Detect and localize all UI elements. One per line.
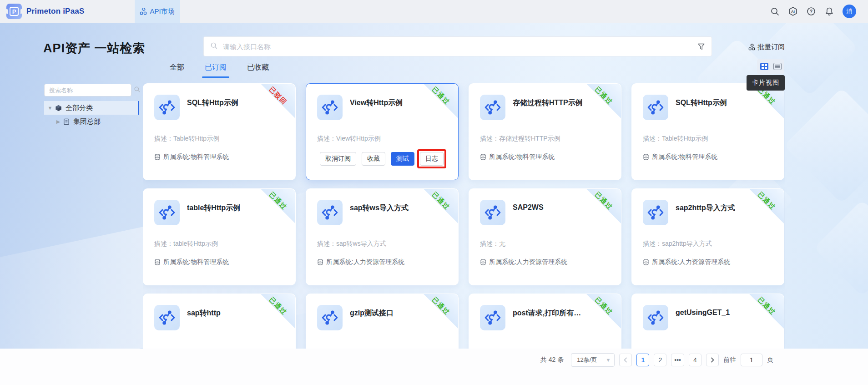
api-card[interactable]: 已驳回 SQL转Http示例描述：Table转Http示例 所属系统:物料管理系… (143, 83, 296, 180)
status-badge: 已通过 (585, 294, 621, 325)
chevron-right-icon (710, 357, 715, 363)
tab-已收藏[interactable]: 已收藏 (247, 63, 269, 78)
api-card[interactable]: 已通过 sap转http (143, 294, 296, 349)
status-badge: 已驳回 (259, 83, 296, 115)
user-avatar[interactable]: 消 (843, 5, 856, 18)
api-card[interactable]: 已通过 View转Http示例描述：View转Http示例取消订阅收藏测试日志 (306, 83, 459, 180)
bell-icon[interactable] (824, 6, 834, 16)
status-ribbon: 已通过 (424, 189, 458, 223)
category-search-input[interactable] (45, 87, 134, 94)
card-title: post请求,打印所有body参数 (513, 309, 583, 318)
status-ribbon: 已通过 (261, 189, 295, 223)
page-size-value: 12条/页 (577, 356, 597, 364)
batch-subscribe-button[interactable]: 批量订阅 (748, 43, 785, 51)
card-view-tooltip: 卡片视图 (747, 75, 785, 91)
status-badge: 已通过 (259, 294, 296, 325)
grid-view-icon (760, 63, 768, 70)
filter-icon[interactable] (697, 43, 705, 51)
svg-text:?: ? (810, 9, 812, 14)
nav-tab-label: API市场 (150, 7, 174, 16)
api-card[interactable]: 已通过 post请求,打印所有body参数 (469, 294, 621, 349)
status-ribbon: 已通过 (749, 294, 784, 329)
api-card[interactable]: 已通过 getUsingGET_1 (631, 294, 784, 349)
api-icon-tile (480, 95, 505, 120)
batch-subscribe-label: 批量订阅 (757, 43, 785, 51)
database-icon (317, 259, 323, 265)
api-icon-tile (154, 95, 180, 120)
收藏-button[interactable]: 收藏 (362, 152, 385, 166)
ai-assistant-icon[interactable]: AI (788, 6, 798, 16)
tree-item-label: 全部分类 (66, 104, 93, 112)
card-description: 描述：Table转Http示例 (643, 135, 775, 143)
api-search-bar (203, 36, 712, 56)
card-title: sap转ws导入方式 (350, 203, 420, 213)
database-icon (154, 259, 161, 265)
caret-down-icon[interactable]: ▼ (48, 106, 52, 110)
caret-right-icon[interactable]: ▶ (56, 119, 61, 124)
tab-全部[interactable]: 全部 (170, 63, 184, 78)
search-icon[interactable] (770, 6, 780, 16)
api-card[interactable]: 已通过 SAP2WS描述：无 所属系统:人力资源管理系统 (469, 188, 621, 285)
page-button-4[interactable]: 4 (689, 354, 701, 366)
card-description: 描述：table转Http示例 (154, 240, 286, 248)
api-card[interactable]: 已通过 sap2http导入方式描述：sap2http导入方式 所属系统:人力资… (631, 188, 784, 285)
card-grid: 已驳回 SQL转Http示例描述：Table转Http示例 所属系统:物料管理系… (143, 83, 785, 349)
api-code-icon (158, 309, 176, 327)
page-size-select[interactable]: 12条/页 ▼ (571, 353, 615, 367)
api-card[interactable]: 已通过 gzip测试接口 (306, 294, 459, 349)
api-code-icon (484, 203, 502, 222)
pagination-bar: 共 42 条 12条/页 ▼ 12•••4 前往 页 (0, 349, 868, 385)
search-icon (210, 42, 217, 51)
card-system: 所属系统:物料管理系统 (480, 153, 555, 161)
api-card[interactable]: 已通过 SQL转Http示例描述：Table转Http示例 所属系统:物料管理系… (631, 83, 784, 180)
日志-button[interactable]: 日志 (420, 152, 444, 166)
api-icon-tile (643, 200, 668, 225)
card-title: table转Http示例 (187, 203, 257, 213)
card-system: 所属系统:物料管理系统 (643, 153, 717, 161)
status-ribbon: 已通过 (586, 294, 621, 329)
page-button-1[interactable]: 1 (636, 354, 649, 366)
card-actions: 取消订阅收藏测试日志 (320, 152, 444, 166)
help-icon[interactable]: ? (806, 6, 816, 16)
tree-item-group-hq[interactable]: ▶ 集团总部 (44, 115, 139, 128)
测试-button[interactable]: 测试 (391, 152, 414, 166)
status-badge: 已通过 (422, 83, 459, 115)
grid-apps-icon (140, 8, 147, 15)
status-ribbon: 已通过 (424, 294, 458, 329)
api-code-icon (321, 309, 339, 327)
api-card[interactable]: 已通过 table转Http示例描述：table转Http示例 所属系统:物料管… (143, 188, 296, 285)
view-toggle (757, 59, 784, 74)
card-view-button[interactable] (759, 61, 770, 72)
card-title: SAP2WS (513, 203, 583, 212)
card-title: SQL转Http示例 (187, 98, 257, 108)
next-page-button[interactable] (706, 354, 719, 366)
api-search-input[interactable] (217, 43, 697, 51)
goto-page-input[interactable] (741, 354, 762, 366)
tab-已订阅[interactable]: 已订阅 (205, 63, 227, 78)
status-ribbon: 已通过 (261, 294, 295, 329)
api-code-icon (646, 98, 665, 117)
nav-tab-api-market[interactable]: API市场 (135, 0, 180, 23)
card-system: 所属系统:物料管理系统 (154, 258, 229, 266)
card-description: 描述：Table转Http示例 (154, 135, 286, 143)
api-code-icon (158, 203, 176, 222)
card-title: sap转http (187, 309, 257, 318)
api-card[interactable]: 已通过 sap转ws导入方式描述：sap转ws导入方式 所属系统:人力资源管理系… (306, 188, 459, 285)
card-description: 描述：存储过程转HTTP示例 (480, 135, 612, 143)
api-code-icon (646, 309, 665, 327)
prev-page-button[interactable] (619, 354, 632, 366)
page-button-2[interactable]: 2 (654, 354, 666, 366)
取消订阅-button[interactable]: 取消订阅 (320, 152, 356, 166)
document-icon (63, 118, 70, 125)
tree-item-all-categories[interactable]: ▼ 全部分类 (44, 101, 139, 115)
page-button-•••[interactable]: ••• (671, 354, 684, 366)
goto-label: 前往 (723, 356, 736, 364)
database-icon (480, 154, 486, 160)
card-title: sap2http导入方式 (676, 203, 746, 213)
list-view-button[interactable] (772, 61, 783, 72)
api-icon-tile (317, 95, 343, 120)
status-badge: 已通过 (585, 188, 621, 220)
api-card[interactable]: 已通过 存储过程转HTTP示例描述：存储过程转HTTP示例 所属系统:物料管理系… (469, 83, 621, 180)
api-icon-tile (317, 305, 343, 330)
card-title: View转Http示例 (350, 98, 420, 108)
